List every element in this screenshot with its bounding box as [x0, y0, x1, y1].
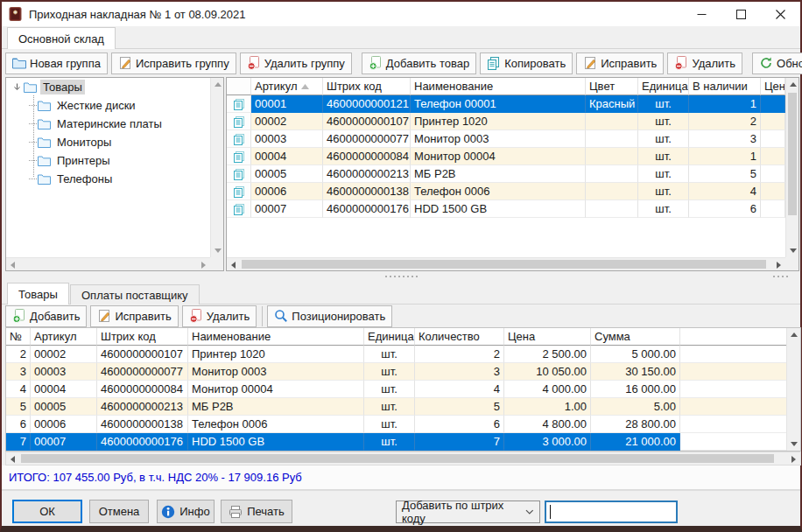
info-button[interactable]: Инфо	[157, 500, 215, 523]
title-bar: Приходная накладная № 1 от 08.09.2021	[2, 2, 800, 26]
position-button[interactable]: Позиционировать	[267, 305, 392, 327]
tree-item-motherboards[interactable]: Материнские платы	[6, 115, 210, 133]
scrollbar-thumb[interactable]	[788, 93, 797, 215]
column-header-stock[interactable]: В наличии	[689, 78, 761, 95]
cell-stock: 1	[689, 95, 761, 113]
column-header-artikul[interactable]: Артикул	[31, 328, 97, 346]
items-vertical-scrollbar[interactable]	[786, 328, 800, 451]
cell-unit: шт.	[364, 381, 415, 398]
scroll-right-icon[interactable]	[772, 258, 785, 271]
column-header-name[interactable]: Наименование	[411, 78, 586, 95]
table-row[interactable]: 4 00004 4600000000084 Монитор 00004 шт. …	[6, 381, 787, 398]
warehouse-tabstrip: Основной склад	[2, 26, 800, 49]
cell-name: Телефон 0006	[411, 183, 586, 200]
delete-item-button[interactable]: Удалить	[667, 52, 742, 74]
column-header-num[interactable]: №	[6, 328, 31, 346]
toolbar-separator	[262, 306, 263, 326]
table-row[interactable]: 00001 4600000000121 Телефон 00001 Красны…	[227, 95, 785, 113]
scroll-down-icon[interactable]	[786, 244, 799, 257]
column-header-qty[interactable]: Количество	[415, 328, 504, 346]
tree-item-tovary[interactable]: Товары	[6, 78, 210, 96]
table-row[interactable]: 00007 4600000000176 HDD 1500 GB шт. 6	[227, 200, 785, 218]
tree-item-monitors[interactable]: Мониторы	[6, 133, 210, 151]
items-horizontal-scrollbar[interactable]	[5, 452, 801, 466]
tree-horizontal-scrollbar[interactable]	[6, 257, 210, 270]
scroll-left-icon[interactable]	[6, 258, 19, 271]
scroll-up-icon[interactable]	[787, 328, 800, 341]
column-header-unit[interactable]: Единица	[364, 328, 415, 346]
delete-icon	[247, 56, 261, 70]
tree-vertical-scrollbar[interactable]	[210, 78, 223, 257]
info-icon	[161, 505, 175, 519]
column-header-sum[interactable]: Сумма	[591, 328, 680, 346]
add-item-button[interactable]: Добавить товар	[362, 52, 476, 74]
column-header-color[interactable]: Цвет	[586, 78, 638, 95]
copy-button[interactable]: Копировать	[480, 52, 573, 74]
table-row[interactable]: 00003 4600000000077 Монитор 0003 шт. 3	[227, 130, 785, 148]
scroll-up-icon[interactable]	[786, 78, 799, 91]
cell-barcode: 4600000000084	[97, 381, 188, 398]
table-row[interactable]: 00002 4600000000107 Принтер 1020 шт. 2	[227, 113, 785, 130]
print-button[interactable]: Печать	[221, 500, 292, 523]
edit-item-button[interactable]: Исправить	[576, 52, 664, 74]
table-row[interactable]: 7 00007 4600000000176 HDD 1500 GB шт. 7 …	[6, 433, 787, 451]
column-header-barcode[interactable]: Штрих код	[97, 328, 188, 346]
table-row[interactable]: 00005 4600000000213 МБ P2B шт. 5	[227, 165, 785, 183]
scrollbar-thumb[interactable]	[21, 454, 774, 463]
cell-price: 4 800.00	[504, 416, 591, 433]
cell-sum: 5 000.00	[591, 346, 680, 363]
ok-button[interactable]: ОК	[12, 500, 82, 523]
close-button[interactable]	[761, 2, 800, 26]
column-header-artikul[interactable]: Артикул	[251, 78, 323, 95]
tab-items[interactable]: Товары	[7, 283, 69, 304]
tree-item-hdd[interactable]: Жесткие диски	[6, 96, 210, 115]
edit-group-button[interactable]: Исправить группу	[111, 52, 236, 74]
maximize-button[interactable]	[721, 2, 761, 26]
tree-item-printers[interactable]: Принтеры	[6, 151, 210, 170]
scroll-right-icon[interactable]	[197, 258, 210, 271]
column-header-barcode[interactable]: Штрих код	[323, 78, 411, 95]
products-vertical-scrollbar[interactable]	[785, 78, 798, 257]
refresh-button[interactable]: Обновить	[752, 52, 802, 74]
scroll-down-icon[interactable]	[787, 438, 800, 451]
scroll-up-icon[interactable]	[211, 78, 224, 91]
new-group-button[interactable]: Новая группа	[5, 52, 108, 74]
scroll-down-icon[interactable]	[211, 244, 224, 257]
cell-filler	[680, 381, 787, 398]
table-row[interactable]: 6 00006 4600000000138 Телефон 0006 шт. 6…	[6, 416, 787, 433]
print-label: Печать	[247, 505, 285, 518]
edit-button[interactable]: Исправить	[90, 305, 178, 327]
table-row[interactable]: 5 00005 4600000000213 МБ P2B шт. 5 1.00 …	[6, 398, 787, 416]
column-header-price[interactable]: Цена	[761, 78, 785, 95]
scrollbar-thumb[interactable]	[242, 260, 766, 269]
add-mode-dropdown[interactable]: Добавить по штрих коду	[396, 500, 540, 523]
add-button[interactable]: Добавить	[5, 305, 87, 327]
cancel-button[interactable]: Отмена	[89, 500, 149, 523]
table-row[interactable]: 00006 4600000000138 Телефон 0006 шт. 4	[227, 183, 785, 200]
scroll-left-icon[interactable]	[227, 258, 240, 271]
scroll-right-icon[interactable]	[787, 452, 800, 466]
barcode-input[interactable]	[545, 500, 678, 523]
cell-unit: шт.	[638, 148, 689, 165]
folder-icon	[38, 100, 51, 111]
cell-unit: шт.	[638, 113, 689, 130]
delete-group-button[interactable]: Удалить группу	[240, 52, 352, 74]
cell-artikul: 00006	[251, 183, 323, 200]
horizontal-splitter[interactable]	[2, 271, 800, 282]
tree-item-phones[interactable]: Телефоны	[6, 170, 210, 188]
column-header-unit[interactable]: Единица	[638, 78, 689, 95]
column-header-name[interactable]: Наименование	[188, 328, 364, 346]
minimize-button[interactable]	[682, 2, 721, 26]
scroll-left-icon[interactable]	[6, 452, 19, 466]
table-row[interactable]: 00004 4600000000084 Монитор 00004 шт. 1	[227, 148, 785, 165]
cell-qty: 5	[415, 398, 504, 416]
column-header-price[interactable]: Цена	[504, 328, 591, 346]
products-horizontal-scrollbar[interactable]	[227, 257, 785, 270]
table-row[interactable]: 2 00002 4600000000107 Принтер 1020 шт. 2…	[6, 346, 787, 363]
tree-expand-icon[interactable]	[11, 83, 22, 91]
tab-main-warehouse[interactable]: Основной склад	[7, 27, 116, 49]
tab-supplier-payments[interactable]: Оплаты поставщику	[70, 284, 200, 304]
table-row[interactable]: 3 00003 4600000000077 Монитор 0003 шт. 3…	[6, 363, 787, 381]
delete-button[interactable]: Удалить	[182, 305, 257, 327]
cell-name: Принтер 1020	[411, 113, 586, 130]
